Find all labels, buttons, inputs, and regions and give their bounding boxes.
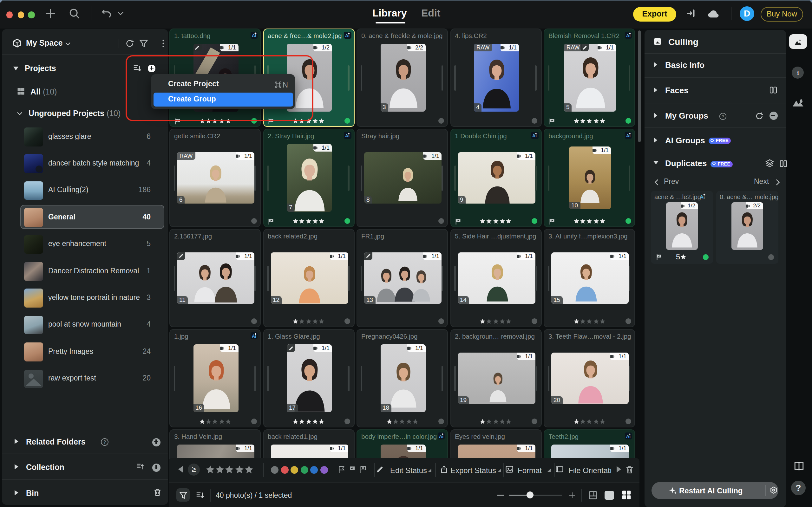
svg-text:i: i (536, 133, 537, 138)
svg-text:A: A (626, 33, 629, 38)
svg-text:A: A (345, 133, 348, 138)
svg-text:i: i (442, 434, 443, 439)
svg-text:i: i (255, 33, 256, 38)
svg-text:i: i (629, 133, 630, 138)
svg-text:i: i (629, 434, 630, 439)
svg-text:i: i (255, 334, 256, 338)
svg-text:A: A (252, 333, 255, 338)
svg-text:i: i (348, 133, 349, 138)
svg-text:A: A (700, 194, 703, 200)
svg-text:A: A (439, 434, 442, 439)
svg-text:A: A (532, 133, 535, 138)
svg-text:i: i (348, 33, 349, 38)
svg-text:A: A (345, 33, 348, 38)
svg-text:A: A (252, 33, 255, 38)
svg-text:i: i (703, 195, 704, 200)
svg-text:i: i (629, 33, 630, 38)
svg-text:A: A (626, 434, 629, 439)
svg-text:A: A (626, 133, 629, 138)
